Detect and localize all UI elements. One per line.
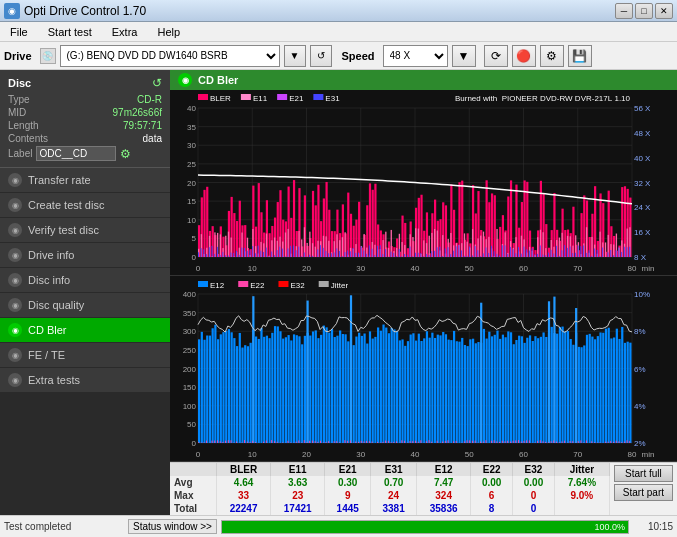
avg-e31: 0.70 <box>371 476 417 489</box>
start-part-button[interactable]: Start part <box>614 484 673 501</box>
action-btn-4[interactable]: 💾 <box>568 45 592 67</box>
start-full-button[interactable]: Start full <box>614 465 673 482</box>
total-e22: 8 <box>471 502 513 515</box>
title-bar: ◉ Opti Drive Control 1.70 ─ □ ✕ <box>0 0 677 22</box>
disc-quality-icon: ◉ <box>8 298 22 312</box>
drive-arrow-btn[interactable]: ▼ <box>284 45 306 67</box>
disc-length-label: Length <box>8 120 39 131</box>
col-header-e21: E21 <box>325 463 371 476</box>
sidebar-item-disc-quality[interactable]: ◉ Disc quality <box>0 293 170 318</box>
disc-type-value: CD-R <box>137 94 162 105</box>
sidebar-item-transfer-rate[interactable]: ◉ Transfer rate <box>0 168 170 193</box>
max-bler: 33 <box>217 489 271 502</box>
sidebar-item-label: Disc info <box>28 274 70 286</box>
max-e21: 9 <box>325 489 371 502</box>
speed-select[interactable]: 48 X <box>383 45 448 67</box>
sidebar-item-label: Transfer rate <box>28 174 91 186</box>
total-label: Total <box>170 502 217 515</box>
speed-label: Speed <box>342 50 375 62</box>
main-layout: Disc ↺ Type CD-R MID 97m26s66f Length 79… <box>0 70 677 515</box>
drive-icon: 💿 <box>40 48 56 64</box>
status-text: Test completed <box>4 521 124 532</box>
drive-label: Drive <box>4 50 32 62</box>
sidebar-item-disc-info[interactable]: ◉ Disc info <box>0 268 170 293</box>
stats-row-max: Max 33 23 9 24 324 6 0 9.0% <box>170 489 609 502</box>
max-label: Max <box>170 489 217 502</box>
extra-tests-icon: ◉ <box>8 373 22 387</box>
action-btn-3[interactable]: ⚙ <box>540 45 564 67</box>
stats-row: BLER E11 E21 E31 E12 E22 E32 Jitter <box>170 463 677 515</box>
stats-area: BLER E11 E21 E31 E12 E22 E32 Jitter <box>170 462 677 515</box>
app-title: Opti Drive Control 1.70 <box>24 4 146 18</box>
sidebar: Disc ↺ Type CD-R MID 97m26s66f Length 79… <box>0 70 170 515</box>
action-btn-2[interactable]: 🔴 <box>512 45 536 67</box>
total-jitter <box>554 502 609 515</box>
maximize-button[interactable]: □ <box>635 3 653 19</box>
avg-e12: 7.47 <box>417 476 471 489</box>
chart2-canvas <box>170 276 677 461</box>
speed-arrow-btn[interactable]: ▼ <box>452 45 476 67</box>
chart2-wrapper <box>170 276 677 462</box>
action-btn-1[interactable]: ⟳ <box>484 45 508 67</box>
menu-start-test[interactable]: Start test <box>42 24 98 40</box>
drive-refresh-btn[interactable]: ↺ <box>310 45 332 67</box>
stats-buttons: Start full Start part <box>610 463 677 515</box>
disc-mid-label: MID <box>8 107 26 118</box>
max-e12: 324 <box>417 489 471 502</box>
disc-contents-label: Contents <box>8 133 48 144</box>
avg-e32: 0.00 <box>513 476 555 489</box>
sidebar-item-create-test-disc[interactable]: ◉ Create test disc <box>0 193 170 218</box>
charts-container <box>170 90 677 462</box>
sidebar-item-verify-test-disc[interactable]: ◉ Verify test disc <box>0 218 170 243</box>
minimize-button[interactable]: ─ <box>615 3 633 19</box>
sidebar-item-label: Verify test disc <box>28 224 99 236</box>
content-area: ◉ CD Bler <box>170 70 677 515</box>
max-e32: 0 <box>513 489 555 502</box>
disc-panel: Disc ↺ Type CD-R MID 97m26s66f Length 79… <box>0 70 170 168</box>
disc-refresh-icon[interactable]: ↺ <box>152 76 162 90</box>
stats-table-wrapper: BLER E11 E21 E31 E12 E22 E32 Jitter <box>170 463 610 515</box>
transfer-rate-icon: ◉ <box>8 173 22 187</box>
sidebar-item-label: Disc quality <box>28 299 84 311</box>
disc-type-label: Type <box>8 94 30 105</box>
sidebar-item-label: FE / TE <box>28 349 65 361</box>
max-e11: 23 <box>271 489 325 502</box>
disc-label-key: Label <box>8 148 32 159</box>
stats-row-total: Total 22247 17421 1445 3381 35836 8 0 <box>170 502 609 515</box>
fe-te-icon: ◉ <box>8 348 22 362</box>
sidebar-item-drive-info[interactable]: ◉ Drive info <box>0 243 170 268</box>
avg-jitter: 7.64% <box>554 476 609 489</box>
disc-label-icon[interactable]: ⚙ <box>120 147 131 161</box>
disc-mid-value: 97m26s66f <box>113 107 162 118</box>
total-e11: 17421 <box>271 502 325 515</box>
sidebar-item-label: Drive info <box>28 249 74 261</box>
sidebar-item-cd-bler[interactable]: ◉ CD Bler <box>0 318 170 343</box>
cd-bler-icon: ◉ <box>8 323 22 337</box>
app-icon: ◉ <box>4 3 20 19</box>
avg-label: Avg <box>170 476 217 489</box>
avg-e21: 0.30 <box>325 476 371 489</box>
status-window-button[interactable]: Status window >> <box>128 519 217 534</box>
sidebar-item-extra-tests[interactable]: ◉ Extra tests <box>0 368 170 393</box>
progress-bar-container: 100.0% <box>221 520 629 534</box>
sidebar-item-label: Extra tests <box>28 374 80 386</box>
menu-extra[interactable]: Extra <box>106 24 144 40</box>
drive-select[interactable]: (G:) BENQ DVD DD DW1640 BSRB <box>60 45 280 67</box>
chart1-canvas <box>170 90 677 275</box>
col-header-e32: E32 <box>513 463 555 476</box>
col-header-jitter: Jitter <box>554 463 609 476</box>
total-e12: 35836 <box>417 502 471 515</box>
disc-label-input[interactable] <box>36 146 116 161</box>
menu-help[interactable]: Help <box>151 24 186 40</box>
disc-contents-value: data <box>143 133 162 144</box>
avg-e22: 0.00 <box>471 476 513 489</box>
sidebar-item-fe-te[interactable]: ◉ FE / TE <box>0 343 170 368</box>
total-e21: 1445 <box>325 502 371 515</box>
avg-e11: 3.63 <box>271 476 325 489</box>
stats-table: BLER E11 E21 E31 E12 E22 E32 Jitter <box>170 463 610 515</box>
col-header-e22: E22 <box>471 463 513 476</box>
sidebar-item-label: CD Bler <box>28 324 67 336</box>
drive-bar: Drive 💿 (G:) BENQ DVD DD DW1640 BSRB ▼ ↺… <box>0 42 677 70</box>
menu-file[interactable]: File <box>4 24 34 40</box>
close-button[interactable]: ✕ <box>655 3 673 19</box>
